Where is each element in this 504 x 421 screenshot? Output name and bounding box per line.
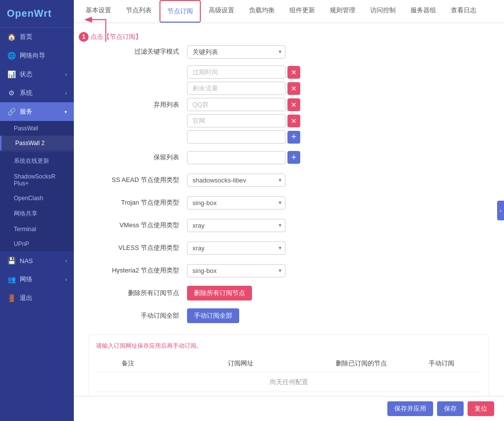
sidebar-item-openclash[interactable]: OpenClash [0, 191, 74, 206]
delete-all-control: 删除所有订阅节点 [187, 286, 489, 301]
side-collapse-handle[interactable]: › [497, 201, 504, 220]
delete-all-btn[interactable]: 删除所有订阅节点 [187, 286, 252, 301]
hysteria2-row: Hysteria2 节点使用类型 sing-box [89, 262, 489, 279]
content-area: 过滤关键字模式 关键列表 弃用列表 ✕ [74, 23, 504, 396]
whitelist-add-row: + [187, 151, 300, 164]
save-btn[interactable]: 保存 [437, 401, 464, 416]
col-url: 订阅网址 [160, 359, 321, 368]
vless-select-wrapper[interactable]: xray [187, 241, 285, 255]
blacklist-delete-3[interactable]: ✕ [287, 98, 300, 111]
tabs-container: 基本设置 节点列表 节点订阅 高级设置 负载均衡 组件更新 规则管理 访问控制 … [79, 0, 483, 23]
tab-bar: 基本设置 节点列表 节点订阅 高级设置 负载均衡 组件更新 规则管理 访问控制 … [74, 0, 504, 23]
tab-view-log[interactable]: 查看日志 [444, 0, 483, 23]
blacklist-label: 弃用列表 [89, 100, 187, 109]
service-icon: 🔗 [7, 107, 16, 116]
whitelist-label: 保留列表 [89, 153, 187, 162]
reset-btn[interactable]: 复位 [468, 401, 494, 416]
ss-aead-control: shadowsocks-libev [187, 174, 489, 187]
sidebar-sub-menu: PassWall PassWall 2 系统在线更新 ShadowSocksR … [0, 121, 74, 251]
vless-control: xray [187, 241, 489, 255]
tab-node-subscribe[interactable]: 节点订阅 [159, 0, 201, 23]
ss-aead-label: SS AEAD 节点使用类型 [89, 176, 187, 184]
blacklist-delete-2[interactable]: ✕ [287, 82, 300, 95]
tab-advanced[interactable]: 高级设置 [202, 0, 241, 23]
table-empty-state: 尚无任何配置 [96, 372, 482, 392]
whitelist-control: + [187, 151, 489, 164]
blacklist-input-5[interactable] [187, 130, 285, 144]
sidebar-item-network-share[interactable]: 网络共享 [0, 206, 74, 222]
sidebar-item-upnp[interactable]: UPnP [0, 237, 74, 251]
sidebar-item-passwall[interactable]: PassWall [0, 121, 74, 136]
manual-subscribe-row: 手动订阅全部 手动订阅全部 [89, 307, 489, 325]
whitelist-input[interactable] [187, 151, 285, 164]
sidebar-item-service[interactable]: 🔗 服务 ▾ [0, 102, 74, 121]
blacklist-input-1[interactable] [187, 65, 285, 79]
vmess-select[interactable]: xray [187, 219, 285, 232]
blacklist-input-3[interactable] [187, 98, 285, 111]
arrow-icon: ▾ [64, 109, 67, 115]
blacklist-add-btn[interactable]: + [287, 131, 300, 144]
filter-select-wrapper[interactable]: 关键列表 [187, 45, 285, 59]
blacklist-item-3: ✕ [187, 98, 300, 111]
blacklist-item-4: ✕ [187, 114, 300, 127]
subscription-section: 请输入订阅网址保存应用后再手动订阅。 备注 订阅网址 删除已订阅的节点 手动订阅… [89, 334, 489, 396]
blacklist-delete-4[interactable]: ✕ [287, 115, 300, 127]
sidebar-item-nas[interactable]: 💾 NAS › [0, 251, 74, 270]
sidebar-item-terminal[interactable]: Terminal [0, 222, 74, 237]
ss-aead-select[interactable]: shadowsocks-libev [187, 174, 285, 187]
trojan-select-wrapper[interactable]: sing-box [187, 196, 285, 210]
vless-select[interactable]: xray [187, 241, 285, 255]
tab-load-balance[interactable]: 负载均衡 [242, 0, 282, 23]
tab-node-list[interactable]: 节点列表 [119, 0, 158, 23]
hint-text: 请输入订阅网址保存应用后再手动订阅。 [96, 342, 482, 350]
nas-icon: 💾 [7, 256, 16, 265]
tab-server-group[interactable]: 服务器组 [404, 0, 443, 23]
home-icon: 🏠 [7, 32, 16, 41]
save-apply-btn[interactable]: 保存并应用 [387, 401, 433, 416]
sidebar-item-passwall2[interactable]: PassWall 2 [0, 136, 74, 150]
blacklist-delete-1[interactable]: ✕ [287, 66, 300, 79]
blacklist-input-4[interactable] [187, 114, 285, 127]
hysteria2-control: sing-box [187, 264, 489, 277]
arrow-icon: › [65, 72, 67, 77]
blacklist-add-row: + [187, 130, 300, 144]
network-icon: 🌐 [7, 51, 16, 60]
arrow-icon: › [65, 90, 67, 96]
blacklist-item-2: ✕ [187, 82, 300, 95]
arrow-icon: › [65, 258, 67, 264]
footer-bar: 保存并应用 保存 复位 [74, 396, 504, 421]
filter-select[interactable]: 关键列表 [187, 45, 285, 59]
tab-rule-manage[interactable]: 规则管理 [323, 0, 362, 23]
vmess-control: xray [187, 219, 489, 232]
col-delete-nodes: 删除已订阅的节点 [321, 359, 401, 368]
sidebar-item-home[interactable]: 🏠 首页 [0, 28, 74, 46]
blacklist-input-2[interactable] [187, 82, 285, 95]
tab-access-control[interactable]: 访问控制 [363, 0, 403, 23]
hysteria2-select-wrapper[interactable]: sing-box [187, 264, 285, 277]
sidebar-item-logout[interactable]: 🚪 退出 [0, 289, 74, 307]
hysteria2-select[interactable]: sing-box [187, 264, 285, 277]
manual-subscribe-btn[interactable]: 手动订阅全部 [187, 308, 239, 323]
ss-aead-row: SS AEAD 节点使用类型 shadowsocks-libev [89, 171, 489, 189]
status-icon: 📊 [7, 70, 16, 79]
sidebar-item-status[interactable]: 📊 状态 › [0, 65, 74, 84]
trojan-select[interactable]: sing-box [187, 196, 285, 210]
trojan-control: sing-box [187, 196, 489, 210]
vmess-label: VMess 节点使用类型 [89, 221, 187, 230]
sidebar-item-network[interactable]: 👥 网络 › [0, 270, 74, 289]
manual-subscribe-label: 手动订阅全部 [89, 311, 187, 320]
table-footer: 添加 2 点击【添加】 [96, 392, 482, 396]
network2-icon: 👥 [7, 275, 16, 284]
sidebar-item-online-update[interactable]: 系统在线更新 [0, 153, 74, 169]
delete-all-label: 删除所有订阅节点 [89, 289, 187, 298]
vmess-select-wrapper[interactable]: xray [187, 219, 285, 232]
tab-basic[interactable]: 基本设置 [79, 0, 118, 23]
sidebar-item-shadowsocksr[interactable]: ShadowSocksR Plus+ [0, 169, 74, 191]
sidebar-item-network-guide[interactable]: 🌐 网络向导 [0, 46, 74, 65]
whitelist-row: 保留列表 + [89, 149, 489, 166]
ss-aead-select-wrapper[interactable]: shadowsocks-libev [187, 174, 285, 187]
blacklist-item-1: ✕ [187, 65, 300, 79]
whitelist-add-btn[interactable]: + [287, 151, 300, 164]
tab-rule-update[interactable]: 组件更新 [283, 0, 322, 23]
sidebar-item-system[interactable]: ⚙ 系统 › [0, 84, 74, 102]
